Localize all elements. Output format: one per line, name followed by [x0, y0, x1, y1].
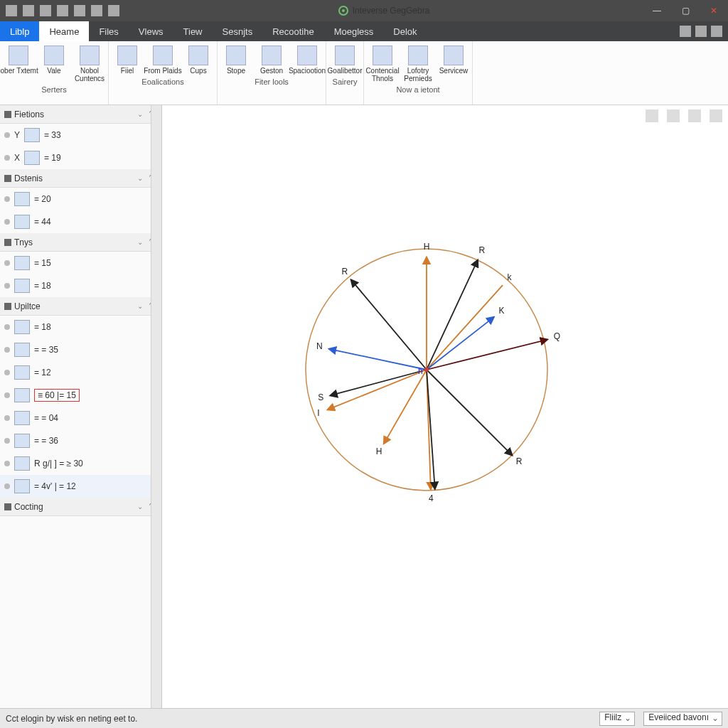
graphics-view[interactable]: HRkKQR4HSINRh — [162, 105, 728, 708]
visibility-dot-icon[interactable] — [4, 196, 10, 202]
ribbon-group-label: Now a ietont — [364, 84, 472, 97]
titlebar-quick-icons — [0, 5, 125, 16]
menu-item[interactable]: Files — [89, 21, 128, 41]
collapse-icon[interactable]: ⌄ — [137, 110, 146, 119]
svg-text:4: 4 — [429, 493, 434, 503]
svg-line-7 — [427, 285, 503, 370]
algebra-row[interactable]: = 15 — [0, 252, 161, 274]
expand-icon[interactable]: ˄ — [149, 503, 157, 511]
menu-item[interactable]: Liblp — [0, 21, 39, 41]
object-icon — [14, 192, 30, 206]
object-icon — [14, 479, 30, 493]
tool-label: Stope — [227, 67, 245, 75]
collapse-icon[interactable]: ⌄ — [137, 503, 146, 511]
algebra-row[interactable]: = 12 — [0, 361, 161, 384]
expand-icon[interactable]: ˄ — [149, 238, 157, 247]
ribbon-tool[interactable]: Goalibettor — [328, 44, 362, 76]
section-header[interactable]: Upiltce⌄˄ — [0, 297, 161, 316]
algebra-row[interactable]: R g/| ] = ≥ 30 — [0, 452, 161, 475]
menu-item[interactable]: Heame — [39, 21, 89, 41]
ribbon-group-label: Eoalications — [109, 76, 217, 89]
section-icon — [4, 303, 11, 310]
visibility-dot-icon[interactable] — [4, 155, 10, 161]
expand-icon[interactable]: ˄ — [149, 174, 157, 183]
menu-item[interactable]: Delok — [383, 21, 427, 41]
qat-icon[interactable] — [6, 5, 17, 16]
user-icon[interactable] — [711, 26, 722, 37]
scrollbar-thumb[interactable] — [153, 112, 160, 311]
algebra-row[interactable]: ≡ 60 |= 15 — [0, 384, 161, 407]
ribbon-tool[interactable]: Spaciootion — [290, 44, 324, 76]
visibility-dot-icon[interactable] — [4, 347, 10, 353]
status-message: Cct elogin by wisk en neting eet to. — [6, 714, 137, 724]
svg-text:K: K — [499, 306, 505, 316]
algebra-row[interactable]: = = 35 — [0, 338, 161, 361]
menu-item[interactable]: Moegless — [324, 21, 384, 41]
visibility-dot-icon[interactable] — [4, 132, 10, 138]
svg-text:R: R — [342, 267, 348, 277]
section-header[interactable]: Fietions⌄˄ — [0, 105, 161, 124]
ribbon-tool[interactable]: Lofotry Pernieds — [401, 44, 435, 84]
expand-icon[interactable]: ˄ — [149, 110, 157, 119]
visibility-dot-icon[interactable] — [4, 283, 10, 289]
collapse-icon[interactable]: ⌄ — [137, 302, 146, 311]
collapse-icon[interactable]: ⌄ — [137, 238, 146, 247]
qat-icon[interactable] — [40, 5, 51, 16]
visibility-dot-icon[interactable] — [4, 324, 10, 330]
title-bar: Inteverse GegGebra — ▢ ✕ — [0, 0, 728, 21]
ribbon-tool[interactable]: Cups — [181, 44, 215, 76]
qat-icon[interactable] — [108, 5, 119, 16]
menu-item[interactable]: Recootihe — [262, 21, 324, 41]
section-header[interactable]: Dstenis⌄˄ — [0, 169, 161, 188]
minimize-button[interactable]: — — [643, 0, 671, 21]
ribbon-tool[interactable]: Fiiel — [110, 44, 144, 76]
expand-icon[interactable]: ˄ — [149, 302, 157, 311]
algebra-row[interactable]: = = 04 — [0, 407, 161, 429]
help-icon[interactable] — [680, 26, 691, 37]
qat-icon[interactable] — [23, 5, 34, 16]
ribbon-tool[interactable]: iober Txtemt — [1, 44, 36, 84]
ribbon-tool[interactable]: Contencial Thnols — [365, 44, 400, 84]
visibility-dot-icon[interactable] — [4, 461, 10, 466]
algebra-row[interactable]: = 18 — [0, 316, 161, 338]
qat-icon[interactable] — [91, 5, 102, 16]
maximize-button[interactable]: ▢ — [671, 0, 700, 21]
status-select-1[interactable]: Fliilz — [599, 712, 635, 726]
var-value: = 18 — [34, 281, 51, 291]
collapse-icon[interactable]: ⌄ — [137, 174, 146, 183]
ribbon-tool[interactable]: Geston — [255, 44, 289, 76]
qat-icon[interactable] — [57, 5, 68, 16]
globe-icon[interactable] — [695, 26, 707, 37]
visibility-dot-icon[interactable] — [4, 392, 10, 398]
section-header[interactable]: Cocting⌄˄ — [0, 498, 161, 516]
algebra-row[interactable]: Y= 33 — [0, 124, 161, 146]
qat-icon[interactable] — [74, 5, 85, 16]
ribbon-tool[interactable]: Servicew — [437, 44, 471, 84]
section-header[interactable]: Tnys⌄˄ — [0, 233, 161, 252]
visibility-dot-icon[interactable] — [4, 483, 10, 489]
visibility-dot-icon[interactable] — [4, 370, 10, 375]
algebra-row[interactable]: = 4v' | = 12 — [0, 475, 161, 498]
ribbon-tool[interactable]: Nobol Cuntencs — [73, 44, 107, 84]
svg-text:I: I — [317, 408, 319, 418]
ribbon: iober TxtemtValeNobol CuntencsSertersFii… — [0, 41, 728, 105]
algebra-row[interactable]: = = 36 — [0, 429, 161, 452]
ribbon-tool[interactable]: Vale — [37, 44, 71, 84]
ribbon-tool[interactable]: Stope — [219, 44, 253, 76]
visibility-dot-icon[interactable] — [4, 260, 10, 266]
algebra-row[interactable]: = 44 — [0, 210, 161, 233]
visibility-dot-icon[interactable] — [4, 438, 10, 444]
ribbon-tool[interactable]: From Plaids — [146, 44, 180, 76]
close-button[interactable]: ✕ — [700, 0, 728, 21]
algebra-row[interactable]: = 20 — [0, 188, 161, 210]
section-title: Cocting — [14, 502, 43, 512]
menu-item[interactable]: Vlews — [129, 21, 173, 41]
ribbon-group: iober TxtemtValeNobol CuntencsSerters — [0, 41, 109, 105]
menu-item[interactable]: Sesnjts — [213, 21, 263, 41]
visibility-dot-icon[interactable] — [4, 219, 10, 225]
algebra-row[interactable]: X= 19 — [0, 146, 161, 169]
visibility-dot-icon[interactable] — [4, 415, 10, 421]
algebra-row[interactable]: = 18 — [0, 274, 161, 297]
menu-item[interactable]: Tiew — [173, 21, 213, 41]
status-select-2[interactable]: Eveiiced bavonı — [643, 712, 722, 726]
